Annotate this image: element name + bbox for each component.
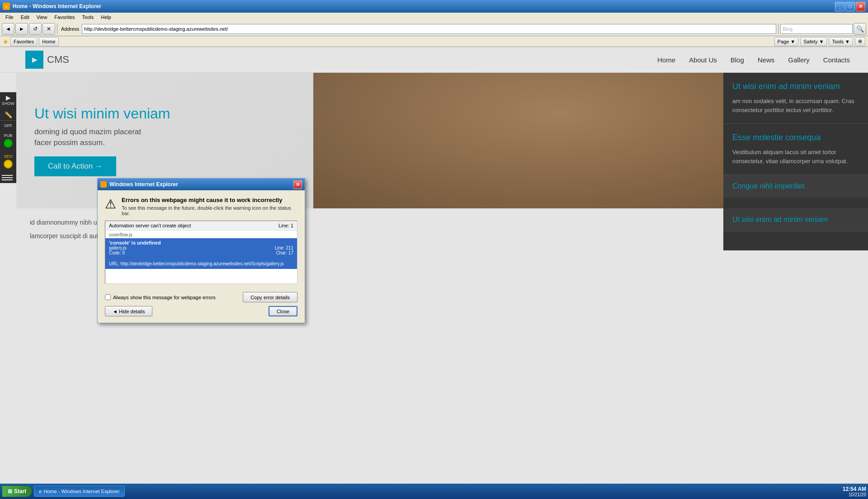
content-area: ▶ SHOW ✏️ OFF PUB SEO: [0, 47, 868, 499]
addon-button[interactable]: ⊕: [855, 37, 865, 46]
maximize-button[interactable]: □: [845, 2, 855, 11]
dialog-overlay: Windows Internet Explorer ✕ ⚠ Errors on …: [0, 47, 868, 499]
favorites-bar: ★ Favorites Home Page ▼ Safety ▼ Tools ▼…: [0, 36, 868, 47]
error-list-area[interactable]: Automation server can't create object Li…: [105, 221, 297, 284]
stop-button[interactable]: ✕: [42, 23, 55, 35]
error-gallery-file: gallery.js: [109, 245, 127, 250]
forward-button[interactable]: ►: [15, 23, 28, 35]
menu-favorites[interactable]: Favorites: [51, 13, 78, 22]
window-title: Home - Windows Internet Explorer: [13, 3, 101, 9]
menu-view[interactable]: View: [33, 13, 51, 22]
page-button[interactable]: Page ▼: [774, 37, 799, 46]
title-bar: e Home - Windows Internet Explorer _ □ ✕: [0, 0, 868, 13]
error-url-text: URL: http://devbridge-bettercmspublicdem…: [109, 261, 284, 266]
warning-icon: ⚠: [105, 197, 116, 212]
home-fav-label: Home: [42, 39, 55, 44]
taskbar-ie-item[interactable]: e Home - Windows Internet Explorer: [34, 486, 124, 497]
error-code: Code: 0: [109, 250, 125, 255]
ie-window: e Home - Windows Internet Explorer _ □ ✕…: [0, 0, 868, 499]
dialog-body: ⚠ Errors on this webpage might cause it …: [98, 190, 305, 323]
reload-button[interactable]: ↺: [29, 23, 42, 35]
dialog-title-left: Windows Internet Explorer: [100, 181, 178, 188]
dialog-close-button[interactable]: ✕: [293, 180, 302, 189]
error-url-row: URL: http://devbridge-bettercmspublicdem…: [105, 257, 297, 269]
dialog-title-text: Windows Internet Explorer: [109, 181, 178, 188]
error-item-2[interactable]: 'console' is undefined gallery.js Line: …: [105, 238, 297, 257]
close-button[interactable]: ✕: [856, 2, 865, 11]
taskbar-ie-icon: e: [39, 489, 42, 494]
search-button[interactable]: 🔍: [854, 23, 866, 35]
home-fav-button[interactable]: Home: [39, 37, 58, 46]
copy-error-button[interactable]: Copy error details: [243, 292, 297, 302]
toolbar-separator: [57, 24, 57, 34]
menu-tools[interactable]: Tools: [79, 13, 98, 22]
dialog-footer: Always show this message for webpage err…: [105, 288, 297, 302]
address-bar[interactable]: http://devbridge-bettercmspublicdemo-sta…: [82, 24, 776, 34]
favorites-button[interactable]: Favorites: [10, 37, 37, 46]
ie-icon: e: [3, 3, 10, 10]
start-button[interactable]: ⊞ Start: [2, 485, 32, 497]
toolbar: ◄ ► ↺ ✕ Address http://devbridge-betterc…: [0, 22, 868, 36]
close-dialog-button[interactable]: Close: [269, 306, 297, 316]
start-label: Start: [14, 488, 26, 494]
back-button[interactable]: ◄: [2, 23, 14, 35]
menu-help[interactable]: Help: [97, 13, 115, 22]
hide-details-button[interactable]: ◄ Hide details: [105, 306, 152, 316]
dialog-buttons: Copy error details: [243, 292, 297, 302]
dialog-checkbox[interactable]: Always show this message for webpage err…: [105, 294, 216, 300]
error-dialog: Windows Internet Explorer ✕ ⚠ Errors on …: [97, 178, 305, 323]
error-header-line: Line: 1: [278, 223, 293, 228]
taskbar-right: 12:54 AM 10/21/20: [843, 486, 866, 497]
error-item-sub2: Code: 0 Char: 17: [109, 250, 293, 255]
always-show-checkbox[interactable]: [105, 294, 111, 300]
address-url: http://devbridge-bettercmspublicdemo-sta…: [84, 26, 228, 32]
search-box[interactable]: Bing: [780, 24, 853, 34]
error-header-label: Automation server can't create object: [109, 223, 191, 228]
title-bar-left: e Home - Windows Internet Explorer: [3, 3, 101, 10]
error-line-num: Line: 211: [275, 245, 293, 250]
toolbar-right: Page ▼ Safety ▼ Tools ▼ ⊕: [774, 37, 865, 46]
error-char: Char: 17: [276, 250, 293, 255]
address-label: Address: [59, 26, 81, 32]
tools-button[interactable]: Tools ▼: [829, 37, 853, 46]
dialog-header-info: Errors on this webpage might cause it to…: [122, 197, 297, 216]
dialog-header-text: Errors on this webpage might cause it to…: [122, 197, 297, 203]
minimize-button[interactable]: _: [835, 2, 844, 11]
error-list-header: Automation server can't create object Li…: [105, 221, 297, 231]
dialog-ie-icon: [100, 181, 107, 188]
menu-bar: File Edit View Favorites Tools Help: [0, 13, 868, 22]
clock-time: 12:54 AM: [843, 486, 866, 492]
search-placeholder: Bing: [783, 26, 793, 32]
menu-edit[interactable]: Edit: [17, 13, 33, 22]
menu-file[interactable]: File: [2, 13, 17, 22]
dialog-header-row: ⚠ Errors on this webpage might cause it …: [105, 197, 297, 216]
clock-date: 10/21/20: [843, 492, 866, 497]
error-item-sub: gallery.js Line: 211: [109, 245, 293, 250]
error-item-1: coverflow.js: [105, 231, 297, 238]
favorites-star-icon: ★: [3, 38, 9, 45]
start-windows-icon: ⊞: [8, 488, 12, 494]
dialog-sub-text: To see this message in the future, doubl…: [122, 205, 297, 216]
error-coverflow-file: coverflow.js: [109, 232, 293, 237]
dialog-titlebar: Windows Internet Explorer ✕: [98, 179, 305, 190]
taskbar-ie-label: Home - Windows Internet Explorer: [43, 489, 119, 494]
system-clock: 12:54 AM 10/21/20: [843, 486, 866, 497]
title-bar-controls: _ □ ✕: [835, 2, 865, 11]
dialog-bottom-row: ◄ Hide details Close: [105, 306, 297, 316]
safety-button[interactable]: Safety ▼: [800, 37, 827, 46]
error-selected-label: 'console' is undefined: [109, 240, 293, 245]
favorites-label: Favorites: [14, 39, 34, 44]
taskbar: ⊞ Start e Home - Windows Internet Explor…: [0, 484, 868, 499]
toolbar-separator-2: [778, 24, 778, 34]
checkbox-label: Always show this message for webpage err…: [113, 295, 216, 300]
